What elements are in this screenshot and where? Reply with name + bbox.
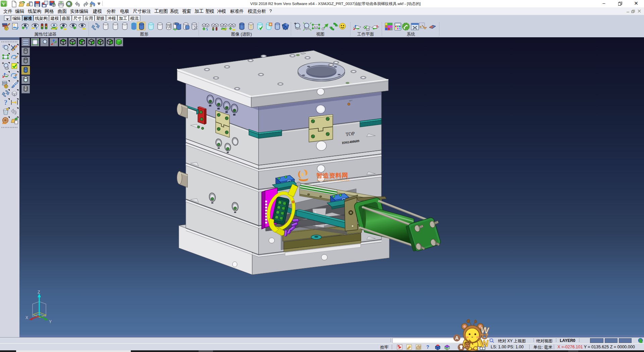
svg-text:V: V [2,1,5,6]
svg-text:A: A [455,335,459,341]
svg-text:1:1: 1:1 [314,26,318,29]
svg-text:?: ? [4,99,7,106]
